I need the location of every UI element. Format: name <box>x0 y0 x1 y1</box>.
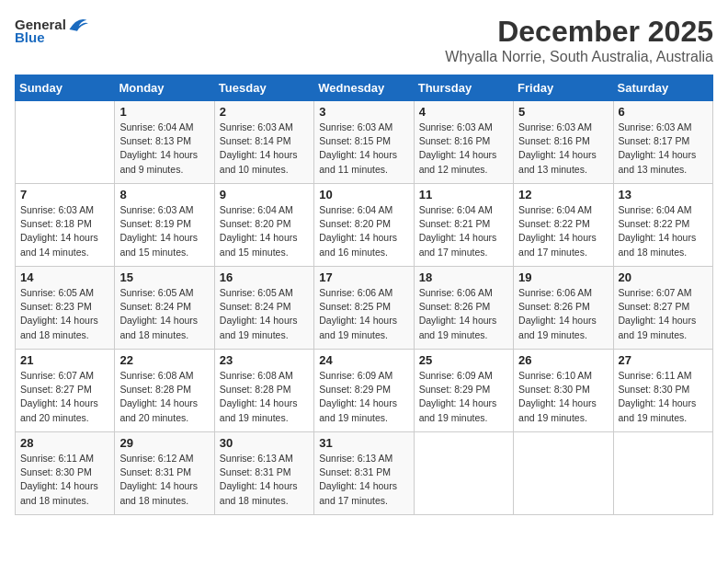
calendar-cell: 9Sunrise: 6:04 AM Sunset: 8:20 PM Daylig… <box>214 184 313 267</box>
calendar-cell: 31Sunrise: 6:13 AM Sunset: 8:31 PM Dayli… <box>314 432 414 515</box>
day-number: 8 <box>119 188 209 201</box>
calendar-body: 1Sunrise: 6:04 AM Sunset: 8:13 PM Daylig… <box>16 101 713 515</box>
day-details: Sunrise: 6:03 AM Sunset: 8:18 PM Dayligh… <box>20 203 109 259</box>
day-number: 3 <box>319 105 408 119</box>
calendar-cell: 15Sunrise: 6:05 AM Sunset: 8:24 PM Dayli… <box>115 267 214 350</box>
day-number: 1 <box>119 105 209 119</box>
day-details: Sunrise: 6:05 AM Sunset: 8:24 PM Dayligh… <box>220 286 309 342</box>
day-details: Sunrise: 6:11 AM Sunset: 8:30 PM Dayligh… <box>619 369 708 425</box>
day-details: Sunrise: 6:03 AM Sunset: 8:19 PM Dayligh… <box>119 203 209 259</box>
day-details: Sunrise: 6:09 AM Sunset: 8:29 PM Dayligh… <box>419 369 508 425</box>
col-header-friday: Friday <box>514 75 613 101</box>
day-details: Sunrise: 6:09 AM Sunset: 8:29 PM Dayligh… <box>319 369 408 425</box>
calendar-cell: 18Sunrise: 6:06 AM Sunset: 8:26 PM Dayli… <box>414 267 513 350</box>
calendar-cell: 6Sunrise: 6:03 AM Sunset: 8:17 PM Daylig… <box>613 101 712 184</box>
day-details: Sunrise: 6:07 AM Sunset: 8:27 PM Dayligh… <box>20 369 109 425</box>
calendar-cell: 3Sunrise: 6:03 AM Sunset: 8:15 PM Daylig… <box>314 101 414 184</box>
day-number: 31 <box>319 436 408 450</box>
day-number: 13 <box>619 188 708 201</box>
day-number: 11 <box>419 188 508 201</box>
day-number: 25 <box>419 353 508 367</box>
day-number: 20 <box>619 270 708 284</box>
calendar-cell: 29Sunrise: 6:12 AM Sunset: 8:31 PM Dayli… <box>115 432 214 515</box>
day-details: Sunrise: 6:03 AM Sunset: 8:15 PM Dayligh… <box>319 121 408 177</box>
calendar-cell: 25Sunrise: 6:09 AM Sunset: 8:29 PM Dayli… <box>414 350 513 432</box>
day-details: Sunrise: 6:04 AM Sunset: 8:22 PM Dayligh… <box>518 203 608 259</box>
calendar-cell: 4Sunrise: 6:03 AM Sunset: 8:16 PM Daylig… <box>414 101 513 184</box>
day-number: 27 <box>619 353 708 367</box>
calendar-cell: 19Sunrise: 6:06 AM Sunset: 8:26 PM Dayli… <box>514 267 613 350</box>
day-number: 30 <box>220 436 309 450</box>
calendar-week-3: 14Sunrise: 6:05 AM Sunset: 8:23 PM Dayli… <box>16 267 713 350</box>
day-number: 24 <box>319 353 408 367</box>
calendar-cell: 24Sunrise: 6:09 AM Sunset: 8:29 PM Dayli… <box>314 350 414 432</box>
day-number: 29 <box>119 436 209 450</box>
day-details: Sunrise: 6:11 AM Sunset: 8:30 PM Dayligh… <box>20 452 109 508</box>
calendar-cell: 26Sunrise: 6:10 AM Sunset: 8:30 PM Dayli… <box>514 350 613 432</box>
day-details: Sunrise: 6:04 AM Sunset: 8:13 PM Dayligh… <box>119 121 209 177</box>
calendar-cell: 5Sunrise: 6:03 AM Sunset: 8:16 PM Daylig… <box>514 101 613 184</box>
day-number: 15 <box>119 270 209 284</box>
calendar-week-5: 28Sunrise: 6:11 AM Sunset: 8:30 PM Dayli… <box>16 432 713 515</box>
day-number: 21 <box>20 353 109 367</box>
calendar-week-4: 21Sunrise: 6:07 AM Sunset: 8:27 PM Dayli… <box>16 350 713 432</box>
calendar-cell: 7Sunrise: 6:03 AM Sunset: 8:18 PM Daylig… <box>16 184 115 267</box>
logo-blue: Blue <box>15 29 45 45</box>
col-header-monday: Monday <box>115 75 214 101</box>
day-number: 26 <box>518 353 608 367</box>
calendar-cell: 8Sunrise: 6:03 AM Sunset: 8:19 PM Daylig… <box>115 184 214 267</box>
calendar-cell <box>16 101 115 184</box>
day-details: Sunrise: 6:06 AM Sunset: 8:26 PM Dayligh… <box>419 286 508 342</box>
calendar-cell: 30Sunrise: 6:13 AM Sunset: 8:31 PM Dayli… <box>214 432 313 515</box>
day-details: Sunrise: 6:03 AM Sunset: 8:17 PM Dayligh… <box>619 121 708 177</box>
day-details: Sunrise: 6:13 AM Sunset: 8:31 PM Dayligh… <box>319 452 408 508</box>
day-number: 18 <box>419 270 508 284</box>
day-details: Sunrise: 6:04 AM Sunset: 8:20 PM Dayligh… <box>319 203 408 259</box>
day-details: Sunrise: 6:08 AM Sunset: 8:28 PM Dayligh… <box>119 369 209 425</box>
day-details: Sunrise: 6:04 AM Sunset: 8:21 PM Dayligh… <box>419 203 508 259</box>
day-details: Sunrise: 6:06 AM Sunset: 8:25 PM Dayligh… <box>319 286 408 342</box>
day-details: Sunrise: 6:04 AM Sunset: 8:20 PM Dayligh… <box>220 203 309 259</box>
col-header-wednesday: Wednesday <box>314 75 414 101</box>
col-header-sunday: Sunday <box>16 75 115 101</box>
calendar-cell: 14Sunrise: 6:05 AM Sunset: 8:23 PM Dayli… <box>16 267 115 350</box>
calendar-cell: 12Sunrise: 6:04 AM Sunset: 8:22 PM Dayli… <box>514 184 613 267</box>
day-details: Sunrise: 6:05 AM Sunset: 8:24 PM Dayligh… <box>119 286 209 342</box>
day-number: 5 <box>518 105 608 119</box>
calendar-cell: 10Sunrise: 6:04 AM Sunset: 8:20 PM Dayli… <box>314 184 414 267</box>
calendar-week-2: 7Sunrise: 6:03 AM Sunset: 8:18 PM Daylig… <box>16 184 713 267</box>
day-number: 16 <box>220 270 309 284</box>
day-details: Sunrise: 6:03 AM Sunset: 8:14 PM Dayligh… <box>220 121 309 177</box>
page-header: General Blue December 2025 Whyalla Norri… <box>15 15 713 65</box>
calendar-table: SundayMondayTuesdayWednesdayThursdayFrid… <box>15 75 713 515</box>
col-header-thursday: Thursday <box>414 75 513 101</box>
calendar-cell: 23Sunrise: 6:08 AM Sunset: 8:28 PM Dayli… <box>214 350 313 432</box>
day-number: 9 <box>220 188 309 201</box>
day-number: 10 <box>319 188 408 201</box>
logo-wing-icon <box>66 15 88 33</box>
col-header-tuesday: Tuesday <box>214 75 313 101</box>
calendar-cell: 16Sunrise: 6:05 AM Sunset: 8:24 PM Dayli… <box>214 267 313 350</box>
day-details: Sunrise: 6:05 AM Sunset: 8:23 PM Dayligh… <box>20 286 109 342</box>
calendar-cell <box>514 432 613 515</box>
col-header-saturday: Saturday <box>613 75 712 101</box>
calendar-cell: 21Sunrise: 6:07 AM Sunset: 8:27 PM Dayli… <box>16 350 115 432</box>
day-details: Sunrise: 6:08 AM Sunset: 8:28 PM Dayligh… <box>220 369 309 425</box>
day-details: Sunrise: 6:03 AM Sunset: 8:16 PM Dayligh… <box>518 121 608 177</box>
day-number: 14 <box>20 270 109 284</box>
calendar-header-row: SundayMondayTuesdayWednesdayThursdayFrid… <box>16 75 713 101</box>
calendar-cell: 17Sunrise: 6:06 AM Sunset: 8:25 PM Dayli… <box>314 267 414 350</box>
day-number: 7 <box>20 188 109 201</box>
logo: General Blue <box>15 15 88 45</box>
calendar-cell: 13Sunrise: 6:04 AM Sunset: 8:22 PM Dayli… <box>613 184 712 267</box>
month-year-title: December 2025 <box>445 15 713 49</box>
calendar-cell: 2Sunrise: 6:03 AM Sunset: 8:14 PM Daylig… <box>214 101 313 184</box>
calendar-cell <box>613 432 712 515</box>
calendar-cell: 1Sunrise: 6:04 AM Sunset: 8:13 PM Daylig… <box>115 101 214 184</box>
calendar-cell: 22Sunrise: 6:08 AM Sunset: 8:28 PM Dayli… <box>115 350 214 432</box>
calendar-cell: 11Sunrise: 6:04 AM Sunset: 8:21 PM Dayli… <box>414 184 513 267</box>
day-details: Sunrise: 6:13 AM Sunset: 8:31 PM Dayligh… <box>220 452 309 508</box>
title-block: December 2025 Whyalla Norrie, South Aust… <box>445 15 713 65</box>
day-number: 2 <box>220 105 309 119</box>
day-details: Sunrise: 6:06 AM Sunset: 8:26 PM Dayligh… <box>518 286 608 342</box>
